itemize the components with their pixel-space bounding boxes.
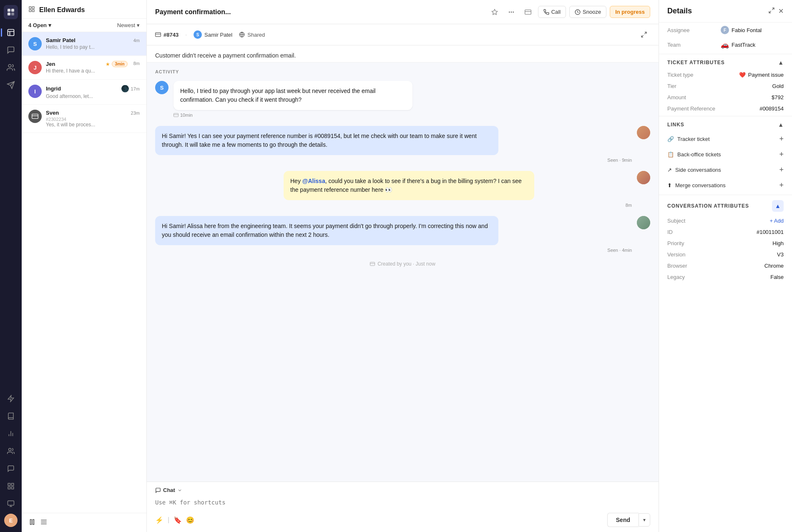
list-item[interactable]: I Ingrid 🌑 17m Good afternoon, let...: [22, 80, 146, 105]
conversation-title: Payment confirmation...: [155, 8, 483, 16]
filter-bar: 4 Open ▾ Newest ▾: [22, 19, 146, 32]
list-icon[interactable]: [40, 518, 48, 527]
sort-filter[interactable]: Newest ▾: [117, 22, 140, 28]
ticket-icon[interactable]: [521, 5, 535, 19]
backoffice-ticket-link[interactable]: 📋 Back-office tickets +: [659, 147, 792, 162]
version-row: Version V3: [659, 249, 792, 260]
svg-rect-23: [32, 10, 34, 12]
nav-monitor[interactable]: [3, 496, 18, 511]
conv-attributes-toggle[interactable]: ▲: [772, 200, 784, 212]
list-item[interactable]: S Samir Patel 4m Hello, I tried to pay t…: [22, 32, 146, 56]
links-toggle[interactable]: ▲: [778, 121, 784, 128]
svg-rect-22: [29, 10, 31, 12]
subject-row: Subject + Add: [659, 215, 792, 226]
tracker-ticket-link[interactable]: 🔗 Tracker ticket +: [659, 131, 792, 147]
svg-rect-44: [370, 262, 375, 266]
message-bubble: Hello, I tried to pay through your app l…: [173, 81, 412, 110]
payment-ref-row: Payment Reference #0089154: [659, 103, 792, 114]
side-conversations-link[interactable]: ↗ Side conversations +: [659, 162, 792, 178]
team-row: Team 🚗 FastTrack: [659, 38, 792, 52]
compose-type-button[interactable]: Chat: [155, 487, 182, 493]
nav-chat[interactable]: [3, 43, 18, 58]
send-dropdown-button[interactable]: ▾: [639, 513, 650, 527]
legacy-row: Legacy False: [659, 271, 792, 283]
add-side-conv-icon[interactable]: +: [779, 166, 784, 174]
subject-add-button[interactable]: + Add: [769, 218, 784, 224]
bookmark-compose-icon[interactable]: 🔖: [173, 516, 182, 524]
add-tracker-icon[interactable]: +: [779, 135, 784, 143]
ticket-id: #8743: [155, 32, 179, 38]
close-right-icon[interactable]: ✕: [778, 7, 784, 15]
emoji-compose-icon[interactable]: 😊: [186, 516, 194, 524]
header-actions: Chat Call Snooze In progress: [488, 5, 650, 19]
nav-contacts[interactable]: [3, 60, 18, 75]
nav-grid[interactable]: [3, 479, 18, 494]
browser-row: Browser Chrome: [659, 260, 792, 271]
svg-rect-42: [174, 113, 179, 117]
system-note: Created by you · Just now: [155, 261, 650, 267]
icon-rail: E: [0, 0, 22, 532]
add-backoffice-icon[interactable]: +: [779, 150, 784, 159]
nav-team[interactable]: [3, 444, 18, 459]
svg-rect-20: [29, 7, 31, 9]
message-meta: Seen · 4min: [155, 248, 632, 253]
compose-icons: ⚡ | 🔖 😊: [155, 516, 194, 524]
compose-input[interactable]: [155, 497, 650, 507]
list-item[interactable]: J Jen ★ 3min Hi there, I have a qu... 8m: [22, 56, 146, 80]
expand-right-icon[interactable]: [768, 7, 775, 15]
ticket-description: Customer didn't receive a payment confir…: [147, 45, 659, 63]
compose-area: Chat ⚡ | 🔖 😊 Send ▾: [147, 482, 659, 532]
avatar: S: [28, 37, 42, 50]
user-avatar[interactable]: E: [4, 514, 18, 527]
list-item[interactable]: Sven 23m #2302234 Yes, it will be proces…: [22, 105, 146, 133]
nav-book[interactable]: [3, 409, 18, 424]
call-button[interactable]: Chat Call: [538, 6, 566, 18]
chevron-down-icon: ▾: [137, 22, 140, 28]
avatar: [28, 110, 42, 123]
pause-icon[interactable]: [28, 518, 36, 527]
send-button[interactable]: Send: [607, 513, 639, 527]
more-options-button[interactable]: [505, 5, 518, 19]
svg-rect-16: [12, 487, 14, 489]
svg-rect-0: [8, 9, 10, 12]
svg-rect-38: [156, 33, 161, 36]
message-row: Hi Samir! Alissa here from the engineeri…: [155, 216, 650, 253]
svg-marker-31: [492, 9, 497, 15]
svg-rect-35: [525, 10, 531, 14]
snooze-button[interactable]: Snooze: [569, 6, 606, 18]
ticket-attributes-toggle[interactable]: ▲: [778, 59, 784, 66]
menu-icon[interactable]: [28, 6, 35, 14]
svg-rect-3: [11, 13, 14, 15]
nav-chart[interactable]: [3, 426, 18, 441]
nav-lightning[interactable]: [3, 391, 18, 406]
open-filter[interactable]: 4 Open ▾: [28, 22, 51, 28]
user-small-avatar: S: [194, 30, 202, 39]
ticket-user: S Samir Patel: [194, 30, 232, 39]
star-button[interactable]: [488, 5, 501, 19]
compose-toolbar: Chat: [155, 487, 650, 493]
tier-row: Tier Gold: [659, 80, 792, 92]
nav-inbox[interactable]: [3, 25, 18, 40]
agent-name: Ellen Edwards: [39, 6, 85, 14]
merge-conversations-link[interactable]: ⬆ Merge conversations +: [659, 178, 792, 193]
assignee-row: Assignee F Fabio Fontal: [659, 23, 792, 38]
svg-point-34: [513, 11, 514, 13]
details-title: Details: [667, 7, 692, 15]
nav-send[interactable]: [3, 78, 18, 93]
add-merge-icon[interactable]: +: [779, 181, 784, 190]
tracker-icon: 🔗: [667, 136, 674, 142]
main-content: Payment confirmation... Chat Call Snooze…: [147, 0, 659, 532]
svg-rect-2: [8, 13, 10, 15]
ticket-type-row: Ticket type ❤️ Payment issue: [659, 69, 792, 80]
svg-point-32: [509, 11, 510, 13]
lightning-compose-icon[interactable]: ⚡: [155, 516, 163, 524]
nav-speech[interactable]: [3, 461, 18, 476]
svg-point-12: [9, 448, 11, 451]
ticket-info-bar: #8743 · S Samir Patel Shared: [147, 24, 659, 45]
compose-bottom: ⚡ | 🔖 😊 Send ▾: [155, 513, 650, 527]
avatar: [637, 126, 650, 139]
team-car-icon: 🚗: [721, 41, 729, 49]
expand-button[interactable]: [638, 28, 650, 41]
status-button[interactable]: In progress: [610, 6, 650, 18]
priority-row: Priority High: [659, 238, 792, 249]
